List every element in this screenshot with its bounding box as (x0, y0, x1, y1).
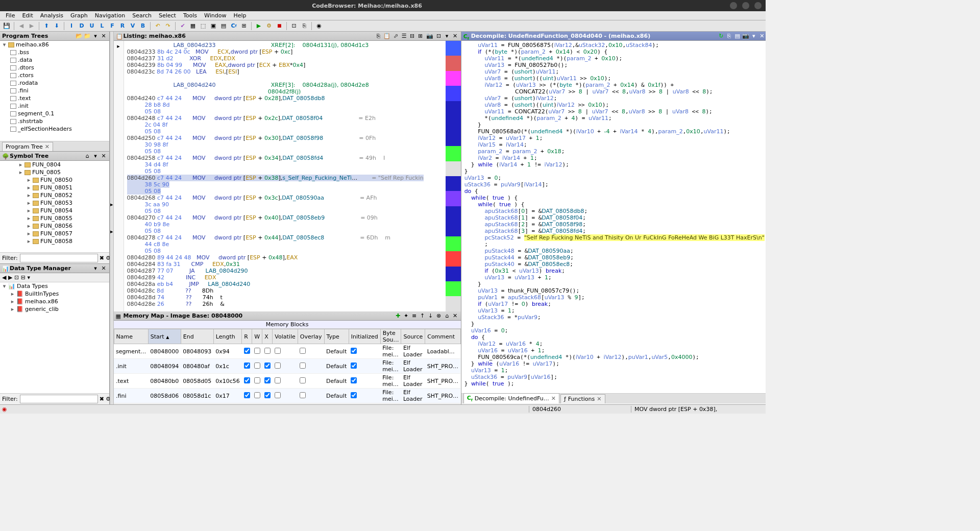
tree-item[interactable]: .text (0, 94, 109, 102)
copy-icon[interactable]: ⎘ (726, 33, 733, 40)
cf-icon[interactable]: Cf (230, 22, 238, 30)
symbol-tree-body[interactable]: ▸ FUN_0804▸ FUN_0805▸ FUN_08050▸ FUN_080… (0, 161, 109, 252)
save-icon[interactable]: 💾 (3, 22, 11, 30)
tree-item[interactable]: ▸📕 generic_clib (0, 305, 109, 313)
copy-icon[interactable]: ⎘ (375, 33, 382, 40)
tool-icon[interactable]: ⊗ (435, 312, 443, 320)
menu-window[interactable]: Window (201, 12, 230, 19)
tab-decompile[interactable]: CfDecompile: UndefinedFu…✕ (463, 393, 559, 403)
tree-item[interactable]: ▸ FUN_08058 (0, 237, 109, 245)
checkbox[interactable] (254, 363, 260, 369)
table-row[interactable]: .fini08058d0608058d1c0x17DefaultFile: me… (114, 389, 460, 403)
column-header[interactable]: Type (324, 329, 349, 344)
table-row[interactable]: .rodata08058d200805a89f0x1b80DefaultFile… (114, 403, 460, 404)
column-header[interactable]: Byte Sou… (380, 329, 401, 344)
decompile-view[interactable]: uVar11 = FUN_08056875(iVar12,&uStack32,0… (461, 41, 766, 393)
program-trees-body[interactable]: ▾meihao.x86 .bss .data .dtors .ctors .ro… (0, 41, 109, 141)
tree-item[interactable]: .fini (0, 87, 109, 94)
tree-item[interactable]: .bss (0, 49, 109, 56)
tree-item[interactable]: ▸ FUN_08054 (0, 207, 109, 214)
stop-icon[interactable]: ⏹ (275, 22, 283, 30)
listing-view[interactable]: ▸ LAB_0804d233 XREF[2]: 0804d131(j), 080… (114, 41, 461, 311)
tree-item[interactable]: ▸📕 BuiltInTypes (0, 290, 109, 298)
tree-item[interactable]: .ctors (0, 71, 109, 79)
tab-program-tree[interactable]: Program Tree✕ (2, 142, 53, 151)
column-header[interactable]: Initialized (349, 329, 380, 344)
tree-item[interactable]: ▸ FUN_08051 (0, 184, 109, 191)
mark-v-icon[interactable]: V (129, 22, 137, 30)
mark-i-icon[interactable]: I (67, 22, 76, 30)
snapshot-icon[interactable]: 📷 (426, 33, 433, 40)
check-icon[interactable]: ✔ (179, 22, 187, 30)
mark-u-icon[interactable]: U (88, 22, 96, 30)
checkbox[interactable] (254, 377, 260, 383)
add-icon[interactable]: ✚ (395, 312, 402, 320)
close-icon[interactable]: ✕ (100, 265, 107, 272)
column-header[interactable]: Source (401, 329, 425, 344)
memory-map-table[interactable]: NameStart ▲EndLengthRWXVolatileOverlayTy… (114, 329, 461, 403)
merge-icon[interactable]: ≡ (411, 312, 418, 320)
close-icon[interactable]: ✕ (452, 312, 459, 320)
snapshot-icon[interactable]: ◉ (315, 22, 323, 30)
tree-item[interactable]: .data (0, 56, 109, 64)
tree-item[interactable]: .shstrtab (0, 117, 109, 125)
menu-select[interactable]: Select (155, 12, 180, 19)
cursor-icon[interactable]: ⬀ (393, 33, 400, 40)
tool-icon[interactable]: ⊡ (435, 33, 443, 40)
checkbox[interactable] (351, 377, 357, 383)
tree-item[interactable]: ▸📕 meihao.x86 (0, 298, 109, 305)
refresh-icon[interactable]: ↻ (718, 33, 725, 40)
column-header[interactable]: Comment (425, 329, 460, 344)
table-row[interactable]: .text080480b008058d050x10c56DefaultFile:… (114, 374, 460, 389)
redo-icon[interactable]: ↷ (164, 22, 172, 30)
up-icon[interactable]: ↑ (419, 312, 426, 320)
checkbox[interactable] (264, 392, 271, 398)
tree-item[interactable]: ▸ FUN_08053 (0, 199, 109, 207)
hover-icon[interactable]: ☰ (401, 33, 408, 40)
back-icon[interactable]: ◀ (17, 22, 26, 30)
tree-item[interactable]: _elfSectionHeaders (0, 125, 109, 133)
mark-d-icon[interactable]: D (78, 22, 86, 30)
column-header[interactable]: W (252, 329, 262, 344)
copy-icon[interactable]: ⎘ (300, 22, 308, 30)
collapse-icon[interactable]: ⊟ (21, 274, 26, 281)
menu-icon[interactable]: ▾ (92, 33, 99, 40)
filter-icon[interactable]: ⊡ (14, 274, 19, 281)
clear-icon[interactable]: ✖ (100, 255, 104, 262)
column-header[interactable]: R (242, 329, 252, 344)
menu-navigation[interactable]: Navigation (91, 12, 129, 19)
checkbox[interactable] (300, 348, 306, 354)
split-handle[interactable]: ▸▸ (110, 32, 114, 404)
checkbox[interactable] (351, 363, 357, 369)
forward-icon[interactable]: ▶ (8, 274, 12, 281)
checkbox[interactable] (275, 348, 281, 354)
tool2-icon[interactable]: ▤ (219, 22, 228, 30)
camera-icon[interactable]: 📷 (742, 33, 749, 40)
run-icon[interactable]: ▶ (255, 22, 263, 30)
mark-f-icon[interactable]: F (108, 22, 116, 30)
close-icon[interactable]: ✕ (597, 396, 601, 402)
nav-icon[interactable]: ✦ (403, 312, 410, 320)
tree-item[interactable]: .init (0, 102, 109, 110)
binary-icon[interactable]: ⬚ (199, 22, 207, 30)
square-icon[interactable]: ▦ (189, 22, 197, 30)
home-icon[interactable]: ⌂ (84, 153, 91, 160)
back-icon[interactable]: ◀ (2, 274, 6, 281)
tab-functions[interactable]: ƒFunctions✕ (560, 394, 605, 403)
column-header[interactable]: X (262, 329, 273, 344)
checkbox[interactable] (300, 377, 306, 383)
column-header[interactable]: Overlay (298, 329, 324, 344)
column-header[interactable]: Name (114, 329, 148, 344)
checkbox[interactable] (275, 363, 281, 369)
tree-item[interactable]: segment_0.1 (0, 110, 109, 117)
close-icon[interactable]: ✕ (100, 33, 107, 40)
menu-icon[interactable]: ▾ (27, 274, 30, 281)
paste-icon[interactable]: 📋 (383, 33, 390, 40)
tree-item[interactable]: ▸ FUN_0805 (0, 168, 109, 176)
checkbox[interactable] (244, 392, 250, 398)
nav-prev-icon[interactable]: ⬆ (42, 22, 51, 30)
tool1-icon[interactable]: ▣ (209, 22, 217, 30)
close-button[interactable] (754, 2, 762, 9)
tree-item[interactable]: ▸ FUN_08052 (0, 191, 109, 199)
close-icon[interactable]: ✕ (45, 143, 50, 150)
